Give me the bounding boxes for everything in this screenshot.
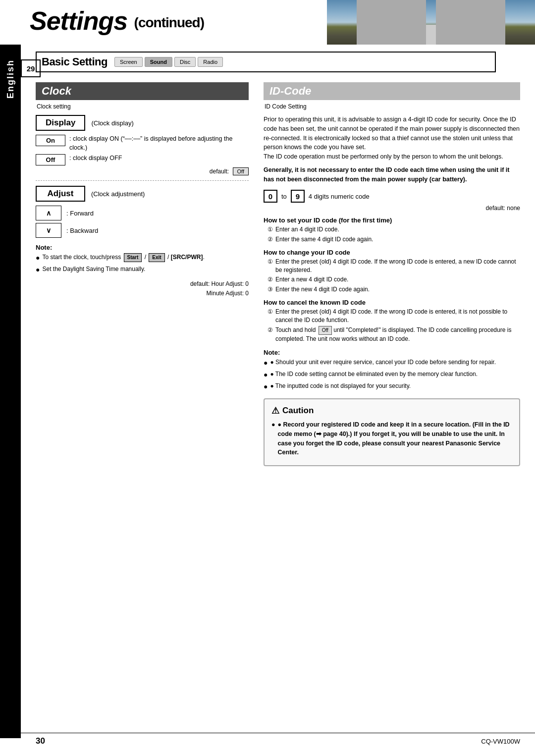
id-code-note-text-1: ● Should your unit ever require service,… bbox=[270, 358, 496, 368]
how-to-first-title: How to set your ID code (for the first t… bbox=[264, 216, 520, 224]
note-bullet-1: ● bbox=[36, 253, 40, 263]
backward-desc: : Backward bbox=[66, 227, 98, 234]
id-code-note-title: Note: bbox=[264, 349, 520, 356]
id-code-default: default: none bbox=[264, 205, 520, 212]
exit-tag: Exit bbox=[149, 253, 164, 262]
id-code-note-text-3: ● The inputted code is not displayed for… bbox=[270, 382, 411, 392]
dashed-divider bbox=[36, 180, 249, 181]
display-button[interactable]: Display bbox=[36, 115, 85, 131]
tab-sound[interactable]: Sound bbox=[145, 57, 172, 67]
clock-section: Clock Clock setting Display (Clock displ… bbox=[36, 82, 249, 466]
on-row: On : clock display ON (“––:––” is displa… bbox=[36, 135, 249, 152]
start-tag: Start bbox=[124, 253, 142, 262]
digit-range-row: 0 to 9 4 digits numeric code bbox=[264, 190, 520, 203]
tab-screen[interactable]: Screen bbox=[114, 57, 143, 67]
tab-group: Screen Sound Disc Radio bbox=[114, 57, 223, 67]
display-paren: (Clock display) bbox=[91, 119, 133, 127]
how-to-cancel-title: How to cancel the known ID code bbox=[264, 299, 520, 306]
caution-box: ⚠ Caution ● ● Record your registered ID … bbox=[264, 398, 520, 466]
off-description: : clock display OFF bbox=[69, 154, 249, 163]
how-to-first-step-1: ① Enter an 4 digit ID code. bbox=[264, 225, 520, 234]
default-bottom-text: default: Hour Adjust: 0 Minute Adjust: 0 bbox=[36, 279, 249, 298]
how-to-first-step-2: ② Enter the same 4 digit ID code again. bbox=[264, 235, 520, 244]
id-code-note-1: ● ● Should your unit ever require servic… bbox=[264, 358, 520, 368]
clock-header: Clock bbox=[36, 82, 249, 100]
digit-from: 0 bbox=[264, 190, 277, 203]
note-item-2: ● Set the Daylight Saving Time manually. bbox=[36, 265, 249, 275]
id-code-note-3: ● ● The inputted code is not displayed f… bbox=[264, 382, 520, 392]
forward-desc: : Forward bbox=[66, 210, 94, 217]
language-label: English bbox=[5, 59, 16, 99]
digit-to: 9 bbox=[291, 190, 305, 203]
how-to-change-step-2: ② Enter a new 4 digit ID code. bbox=[264, 275, 520, 284]
language-sidebar: English bbox=[0, 45, 21, 738]
off-inline-btn: Off bbox=[319, 326, 332, 335]
basic-setting-bar: Basic Setting Screen Sound Disc Radio bbox=[36, 52, 496, 72]
caution-item-1: ● ● Record your registered ID code and k… bbox=[271, 420, 512, 457]
digit-to-label: to bbox=[281, 193, 287, 200]
how-to-cancel-step-2: ② Touch and hold Off until "Completed!" … bbox=[264, 326, 520, 343]
adjust-button[interactable]: Adjust bbox=[36, 186, 85, 202]
caution-icon: ⚠ bbox=[271, 405, 279, 416]
note-content-2: Set the Daylight Saving Time manually. bbox=[42, 265, 249, 275]
tab-radio[interactable]: Radio bbox=[198, 57, 223, 67]
display-row: Display (Clock display) bbox=[36, 115, 249, 131]
page-footer: 30 CQ-VW100W bbox=[21, 733, 535, 746]
clock-note: Note: ● To start the clock, touch/press … bbox=[36, 244, 249, 274]
footer-page-number: 30 bbox=[36, 736, 45, 746]
digit-desc: 4 digits numeric code bbox=[309, 193, 370, 200]
id-code-bold-warning: Generally, it is not necessary to enter … bbox=[264, 165, 520, 184]
off-button[interactable]: Off bbox=[36, 154, 65, 165]
display-default: default: Off bbox=[36, 167, 249, 175]
two-column-layout: Clock Clock setting Display (Clock displ… bbox=[36, 82, 520, 466]
note-item-1: ● To start the clock, touch/press Start … bbox=[36, 253, 249, 263]
tab-disc[interactable]: Disc bbox=[174, 57, 196, 67]
forward-arrow-button[interactable]: ∧ bbox=[36, 206, 61, 220]
off-row: Off : clock display OFF bbox=[36, 154, 249, 165]
main-content-area: Basic Setting Screen Sound Disc Radio Cl… bbox=[21, 45, 535, 486]
how-to-cancel-step-1: ① Enter the preset (old) 4 digit ID code… bbox=[264, 308, 520, 324]
id-code-intro: Prior to operating this unit, it is advi… bbox=[264, 115, 520, 162]
note-title: Note: bbox=[36, 244, 249, 251]
how-to-change-title: How to change your ID code bbox=[264, 249, 520, 256]
backward-arrow-row: ∨ : Backward bbox=[36, 223, 249, 238]
note-bullet-2: ● bbox=[36, 265, 40, 275]
id-code-section: ID-Code ID Code Setting Prior to operati… bbox=[264, 82, 520, 466]
default-off-badge: Off bbox=[233, 167, 249, 175]
clock-subtitle: Clock setting bbox=[36, 103, 249, 110]
how-to-change-step-3: ③ Enter the new 4 digit ID code again. bbox=[264, 285, 520, 294]
id-code-note-text-2: ● The ID code setting cannot be eliminat… bbox=[270, 370, 478, 380]
header-road-image bbox=[327, 0, 535, 45]
main-title: Settings (continued) bbox=[30, 6, 204, 36]
page-header: Settings (continued) bbox=[0, 0, 535, 45]
on-button[interactable]: On bbox=[36, 135, 65, 146]
note-content-1: To start the clock, touch/press Start / … bbox=[42, 253, 249, 263]
id-code-note: Note: ● ● Should your unit ever require … bbox=[264, 349, 520, 391]
backward-arrow-button[interactable]: ∨ bbox=[36, 223, 61, 238]
caution-title: ⚠ Caution bbox=[271, 405, 512, 416]
id-code-subtitle: ID Code Setting bbox=[264, 103, 520, 110]
id-code-header: ID-Code bbox=[264, 82, 520, 100]
adjust-row: Adjust (Clock adjustment) bbox=[36, 186, 249, 202]
on-description: : clock display ON (“––:––” is displayed… bbox=[69, 135, 249, 152]
how-to-change-step-1: ① Enter the preset (old) 4 digit ID code… bbox=[264, 258, 520, 274]
forward-arrow-row: ∧ : Forward bbox=[36, 206, 249, 220]
footer-model-number: CQ-VW100W bbox=[481, 738, 520, 745]
id-code-note-2: ● ● The ID code setting cannot be elimin… bbox=[264, 370, 520, 380]
basic-setting-title: Basic Setting bbox=[42, 55, 107, 68]
adjust-paren: (Clock adjustment) bbox=[91, 190, 145, 198]
